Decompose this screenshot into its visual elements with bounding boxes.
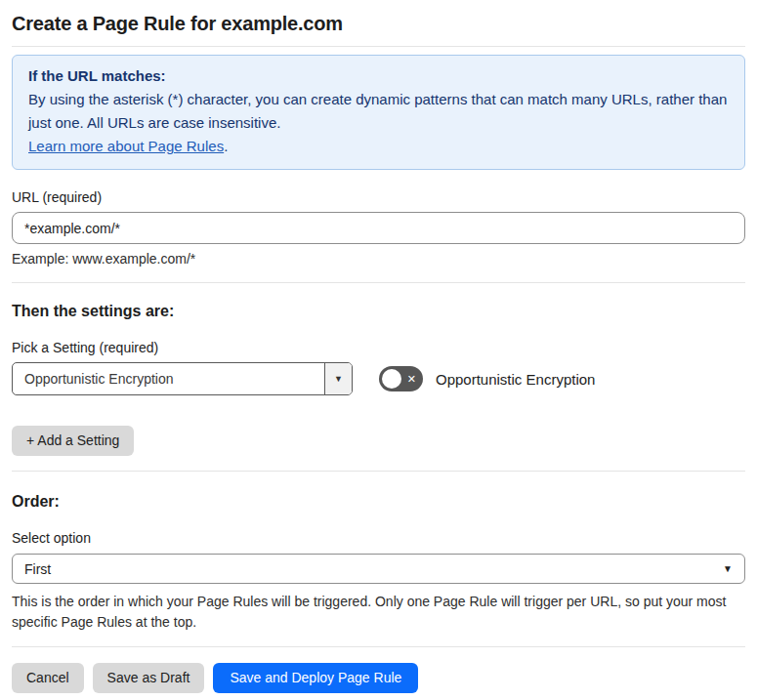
divider xyxy=(12,471,745,472)
url-input[interactable] xyxy=(12,212,745,244)
add-setting-row: + Add a Setting xyxy=(12,426,745,456)
order-select-label: Select option xyxy=(12,530,745,546)
setting-select[interactable]: Opportunistic Encryption ▼ xyxy=(12,362,353,395)
url-matches-info-box: If the URL matches: By using the asteris… xyxy=(12,55,745,170)
chevron-down-icon: ▼ xyxy=(723,563,733,574)
setting-select-value: Opportunistic Encryption xyxy=(13,363,324,394)
url-example-helper: Example: www.example.com/* xyxy=(12,251,745,267)
page-title: Create a Page Rule for example.com xyxy=(12,12,745,35)
link-suffix: . xyxy=(224,138,228,154)
cancel-button[interactable]: Cancel xyxy=(12,663,84,693)
divider xyxy=(12,46,745,47)
setting-select-arrow-button[interactable]: ▼ xyxy=(324,363,352,394)
form-actions: Cancel Save as Draft Save and Deploy Pag… xyxy=(12,663,745,700)
order-select[interactable]: First ▼ xyxy=(12,554,745,584)
toggle-label: Opportunistic Encryption xyxy=(436,371,595,388)
divider xyxy=(12,282,745,283)
page-rule-form: Create a Page Rule for example.com If th… xyxy=(0,0,757,700)
info-box-heading: If the URL matches: xyxy=(28,64,729,88)
settings-section-heading: Then the settings are: xyxy=(12,303,745,320)
chevron-down-icon: ▼ xyxy=(334,374,343,384)
order-helper-text: This is the order in which your Page Rul… xyxy=(12,592,745,633)
info-box-link-line: Learn more about Page Rules. xyxy=(28,135,729,158)
order-select-value: First xyxy=(24,561,51,577)
pick-setting-label: Pick a Setting (required) xyxy=(12,340,745,355)
toggle-knob xyxy=(382,369,401,389)
opportunistic-encryption-toggle[interactable]: ✕ xyxy=(379,366,423,391)
divider xyxy=(12,646,745,647)
order-section-heading: Order: xyxy=(12,493,745,511)
setting-controls-row: Opportunistic Encryption ▼ ✕ Opportunist… xyxy=(12,362,745,395)
save-draft-button[interactable]: Save as Draft xyxy=(93,663,205,693)
info-box-body: By using the asterisk (*) character, you… xyxy=(28,88,729,135)
save-deploy-button[interactable]: Save and Deploy Page Rule xyxy=(213,663,418,693)
add-setting-button[interactable]: + Add a Setting xyxy=(12,426,134,456)
toggle-off-icon: ✕ xyxy=(407,366,416,391)
learn-more-link[interactable]: Learn more about Page Rules xyxy=(28,138,224,154)
url-label: URL (required) xyxy=(12,189,745,205)
